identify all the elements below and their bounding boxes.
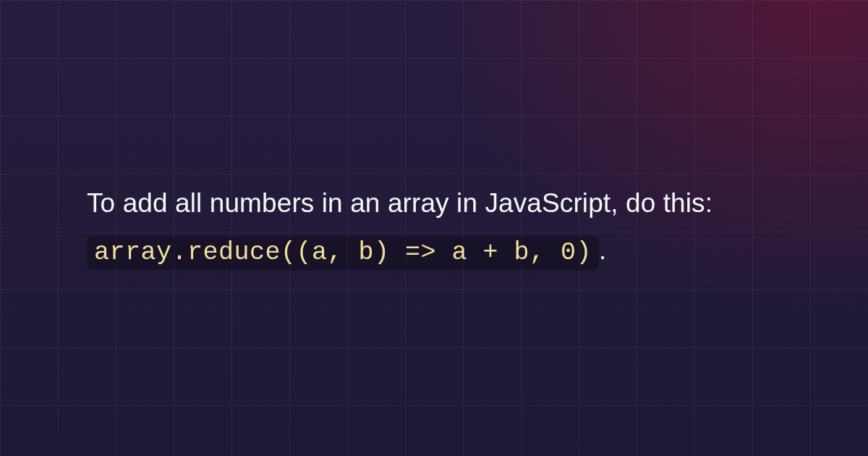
content-area: To add all numbers in an array in JavaSc… [0, 0, 868, 456]
tip-trail-text: . [599, 235, 606, 265]
tip-code-snippet: array.reduce((a, b) => a + b, 0) [87, 236, 599, 270]
tip-lead-text: To add all numbers in an array in JavaSc… [87, 188, 712, 218]
tip-paragraph: To add all numbers in an array in JavaSc… [87, 180, 781, 276]
